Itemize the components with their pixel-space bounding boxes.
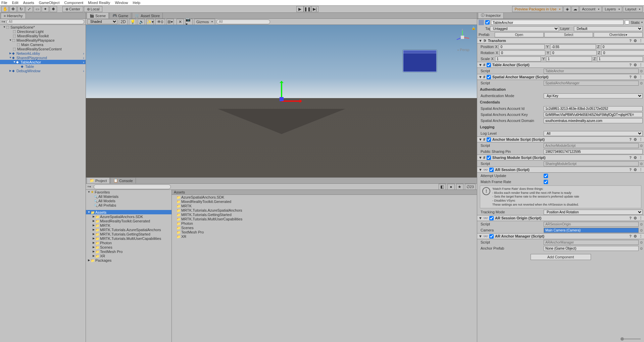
layout-dropdown[interactable]: Layout: [623, 6, 643, 12]
prefab-open-button[interactable]: Open: [495, 32, 544, 37]
gizmos-dropdown[interactable]: Gizmos: [194, 19, 215, 25]
menu-mixedreality[interactable]: Mixed Reality: [88, 1, 110, 5]
asset-folder[interactable]: ▶MRTK.Tutorials.MultiUserCapabilities: [86, 236, 171, 241]
orientation-gizmo[interactable]: y: [454, 29, 471, 46]
sharingmodule-header[interactable]: ▼ # Sharing Module Script (Script)?⚙⋮: [477, 155, 644, 161]
star-filter-icon[interactable]: ★: [456, 184, 463, 190]
hidden-count[interactable]: ∅23: [465, 184, 476, 190]
accountid-field[interactable]: [544, 106, 643, 111]
attemptupdate-checkbox[interactable]: [544, 174, 548, 178]
asset-item[interactable]: MRTK.Tutorials.MultiUserCapabilities: [172, 217, 477, 221]
aranchormgr-enabled[interactable]: [489, 234, 494, 239]
eye-icon[interactable]: ●: [447, 184, 455, 190]
sharingpin-field[interactable]: [544, 149, 643, 154]
menu-edit[interactable]: Edit: [12, 1, 18, 5]
static-label[interactable]: Static: [631, 20, 640, 25]
audio-toggle[interactable]: 🔊: [138, 19, 145, 25]
hierarchy-search[interactable]: [6, 19, 84, 24]
scale-y[interactable]: [546, 56, 592, 61]
asset-folder[interactable]: ▶MixedRealityToolkit.Generated: [86, 219, 171, 223]
camera-icon[interactable]: 📷▾: [185, 19, 193, 25]
hierarchy-item-prefab[interactable]: ▶◆NetworkLobby›: [0, 51, 86, 55]
rotation-y[interactable]: [551, 50, 597, 55]
create-button[interactable]: +▾: [1, 20, 5, 24]
asset-item[interactable]: MRTK.Tutorials.AzureSpatialAnchors: [172, 208, 477, 212]
menu-help[interactable]: Help: [133, 1, 141, 5]
shading-mode-dropdown[interactable]: Shaded: [87, 19, 117, 24]
scale-x[interactable]: [495, 56, 541, 61]
arsession-header[interactable]: ▼ 👓 AR Session (Script)?⚙⋮: [477, 167, 644, 173]
scale-z[interactable]: [597, 56, 643, 61]
asset-folder[interactable]: ▶AzureSpatialAnchors.SDK: [86, 214, 171, 219]
position-x[interactable]: [499, 44, 545, 49]
favorites-item[interactable]: All Prefabs: [86, 203, 171, 207]
arsession-enabled[interactable]: [489, 168, 494, 172]
position-z[interactable]: [601, 44, 644, 49]
hand-tool[interactable]: ✋: [1, 6, 9, 12]
account-dropdown[interactable]: Account: [580, 6, 602, 12]
asset-item[interactable]: MRTK.Tutorials.GettingStarted: [172, 212, 477, 217]
hierarchy-item-selected[interactable]: ▼◆TableAnchor›: [0, 60, 86, 64]
arorigin-enabled[interactable]: [489, 216, 494, 220]
play-button[interactable]: ▶: [296, 6, 304, 12]
help-icon[interactable]: ?: [629, 39, 632, 43]
asset-item[interactable]: MixedRealityToolkit.Generated: [172, 199, 477, 204]
tableanchor-header[interactable]: ▼ # Table Anchor (Script)?⚙⋮: [477, 62, 644, 68]
asset-item[interactable]: Photon: [172, 221, 477, 225]
anchormodule-header[interactable]: ▼ # Anchor Module Script (Script)?⚙⋮: [477, 136, 644, 142]
asset-folder[interactable]: ▶Photon: [86, 241, 171, 245]
matchframe-checkbox[interactable]: [544, 180, 548, 184]
scene-viewport[interactable]: y ≡ Persp 🔒: [86, 25, 477, 177]
hierarchy-item[interactable]: ⬚MixedRealityToolkit: [0, 34, 86, 38]
spatialanchor-enabled[interactable]: [487, 75, 491, 79]
asset-folder[interactable]: ▶XR: [86, 254, 171, 258]
rect-tool[interactable]: ▭: [34, 6, 41, 12]
sharingmodule-enabled[interactable]: [487, 156, 491, 160]
gameobject-name-input[interactable]: [491, 20, 624, 25]
game-tab[interactable]: 🎮 Game: [109, 12, 131, 18]
asset-folder[interactable]: ▶MRTK.Tutorials.AzureSpatialAnchors: [86, 227, 171, 232]
console-tab[interactable]: 📋 Console: [110, 177, 136, 183]
menu-file[interactable]: File: [1, 1, 7, 5]
asset-folder[interactable]: ▶TextMesh Pro: [86, 249, 171, 254]
add-component-button[interactable]: Add Component: [531, 254, 591, 260]
fx-toggle[interactable]: ✨▾: [146, 19, 154, 25]
spatialanchor-header[interactable]: ▼ # Spatial Anchor Manager (Script)?⚙⋮: [477, 74, 644, 80]
hierarchy-item-prefab[interactable]: ◆Table: [0, 64, 86, 69]
scene-root[interactable]: ▼⬚SampleScene*: [0, 25, 86, 29]
hierarchy-item[interactable]: ▼⬚MixedRealityPlayspace: [0, 38, 86, 42]
step-button[interactable]: ▶|: [311, 6, 318, 12]
grid-toggle[interactable]: ⊞▾: [166, 19, 174, 25]
pause-button[interactable]: ❚❚: [304, 6, 311, 12]
favorites-header[interactable]: ▼Favorites: [86, 190, 171, 194]
custom-tool[interactable]: ✱: [50, 6, 57, 12]
gizmo-cube[interactable]: [280, 97, 284, 101]
menu-assets[interactable]: Assets: [23, 1, 34, 5]
accountdomain-field[interactable]: [544, 118, 643, 123]
hierarchy-item[interactable]: ⬚Main Camera: [0, 42, 86, 47]
layer-dropdown[interactable]: Default: [574, 26, 643, 31]
scene-tab[interactable]: 🎬 Scene: [87, 12, 109, 18]
menu-gameobject[interactable]: GameObject: [39, 1, 60, 5]
menu-window[interactable]: Window: [115, 1, 128, 5]
assets-root[interactable]: ▼Assets: [86, 210, 171, 214]
accountkey-field[interactable]: [544, 112, 643, 117]
hierarchy-item[interactable]: ⬚MixedRealitySceneContent: [0, 47, 86, 51]
pivot-toggle[interactable]: ⊕Center: [62, 6, 83, 12]
asset-folder[interactable]: ▶MRTK.Tutorials.GettingStarted: [86, 232, 171, 236]
project-search[interactable]: [94, 184, 171, 189]
rotation-z[interactable]: [601, 50, 644, 55]
rotate-tool[interactable]: ↻: [17, 6, 25, 12]
transform-tool[interactable]: ✦: [42, 6, 49, 12]
menu-component[interactable]: Component: [64, 1, 83, 5]
hierarchy-item-prefab[interactable]: ▼◆SharedPlayground›: [0, 55, 86, 60]
prefab-select-button[interactable]: Select: [544, 32, 593, 37]
favorites-item[interactable]: All Models: [86, 199, 171, 203]
static-checkbox[interactable]: [625, 20, 629, 25]
favorites-item[interactable]: All Materials: [86, 194, 171, 199]
filter-icon[interactable]: ◧: [439, 184, 446, 190]
arorigin-header[interactable]: ▼ 👓 AR Session Origin (Script)?⚙⋮: [477, 215, 644, 221]
gizmo-x-axis[interactable]: [282, 100, 302, 102]
asset-folder[interactable]: ▶MRTK: [86, 223, 171, 227]
asset-item[interactable]: TextMesh Pro: [172, 230, 477, 234]
